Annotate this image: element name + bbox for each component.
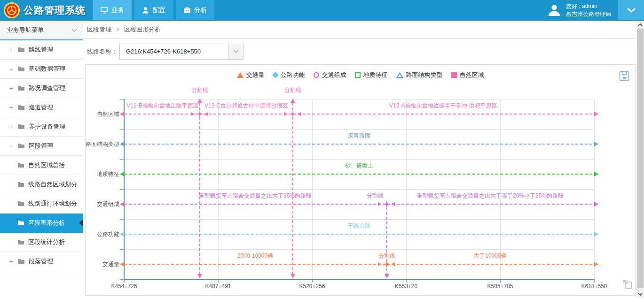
axis-tick bbox=[120, 279, 124, 280]
sidebar-item-base-data-mgmt[interactable]: + 基础数据管理 bbox=[0, 60, 83, 79]
arrow-left bbox=[297, 112, 301, 116]
sidebar-item-maintenance-equipment[interactable]: + 养护设备管理 bbox=[0, 117, 83, 137]
legend-item[interactable]: 地质特征 bbox=[355, 71, 388, 79]
breadcrumb-current: 区段图形分析 bbox=[124, 25, 161, 34]
axis-tick bbox=[120, 189, 124, 190]
folder-icon bbox=[17, 239, 24, 245]
sidebar-item-section-stats-analysis[interactable]: 区段统计分析 bbox=[0, 233, 83, 252]
split-line-label: 分割线 bbox=[367, 192, 384, 200]
sidebar-item-road-survey-mgmt[interactable]: + 路况调查管理 bbox=[0, 79, 83, 98]
line-select-dropdown-button[interactable] bbox=[228, 44, 243, 60]
legend-label: 公路功能 bbox=[281, 71, 305, 79]
row-label: 路面结构类型 bbox=[86, 140, 119, 148]
arrow-right bbox=[378, 262, 382, 266]
expander-icon: + bbox=[8, 123, 14, 130]
scrollbar-up-button[interactable] bbox=[636, 21, 644, 29]
arrow-up bbox=[291, 99, 295, 103]
grid-line bbox=[124, 189, 594, 190]
grid-line bbox=[218, 99, 219, 279]
arrow-down bbox=[291, 274, 295, 278]
sidebar-item-paragraph-mgmt[interactable]: + 段落管理 bbox=[0, 252, 83, 271]
sidebar-item-label: 路况调查管理 bbox=[29, 84, 65, 92]
sidebar-item-section-mgmt[interactable]: − 区段管理 bbox=[0, 137, 83, 156]
dashed-line bbox=[124, 174, 594, 175]
main-content: 区段管理 > 区段图形分析 线路名称： G216:K454+726-K618+5… bbox=[84, 21, 636, 298]
chevron-down-icon bbox=[233, 50, 239, 53]
brand: 公路管理系统 bbox=[0, 0, 93, 20]
vertical-scrollbar[interactable] bbox=[636, 21, 644, 298]
user-info[interactable]: 您好 , admin 昌吉州公路管理局 bbox=[541, 0, 618, 20]
sidebar-item-label: 区段管理 bbox=[29, 142, 53, 150]
folder-icon bbox=[18, 124, 25, 130]
axis-tick bbox=[120, 249, 124, 250]
app-title: 公路管理系统 bbox=[24, 4, 86, 17]
chart-panel: 交通量 公路功能 交通组成 地质特征 bbox=[85, 64, 636, 296]
nav-tab-analysis[interactable]: 分析 bbox=[176, 0, 214, 20]
sidebar-item-label: 巡道管理 bbox=[29, 103, 53, 112]
legend-marker-square-filled-icon bbox=[451, 72, 457, 78]
user-menu-toggle[interactable] bbox=[618, 0, 644, 20]
annotation-geology: 砂、砾类土 bbox=[345, 162, 373, 170]
nav-tab-label: 分析 bbox=[194, 6, 207, 15]
legend-item[interactable]: 自然区域 bbox=[451, 71, 484, 79]
grid-line bbox=[124, 129, 594, 130]
split-star-marker-icon bbox=[383, 200, 391, 208]
scrollbar-down-button[interactable] bbox=[636, 290, 644, 298]
monitor-icon bbox=[101, 7, 108, 14]
folder-icon bbox=[18, 105, 25, 110]
breadcrumb-parent[interactable]: 区段管理 bbox=[87, 25, 111, 34]
chevron-up-icon bbox=[638, 23, 643, 26]
grid-line bbox=[124, 99, 594, 99]
chevron-down-icon bbox=[627, 8, 636, 13]
sidebar-header[interactable]: 业务导航菜单 bbox=[0, 21, 83, 40]
arrow-right bbox=[594, 172, 598, 176]
folder-icon bbox=[18, 85, 25, 91]
nav-tab-config[interactable]: 配置 bbox=[134, 0, 173, 20]
legend-item[interactable]: 交通量 bbox=[237, 71, 265, 79]
axis-tick bbox=[120, 219, 124, 220]
legend-item[interactable]: 交通组成 bbox=[314, 71, 346, 79]
scrollbar-thumb[interactable] bbox=[637, 29, 644, 288]
sidebar-item-line-natural-region[interactable]: 线路自然区域划分 bbox=[0, 175, 83, 194]
arrow-left bbox=[391, 202, 395, 206]
legend-item[interactable]: 路面结构类型 bbox=[396, 71, 443, 79]
arrow-down bbox=[197, 274, 202, 278]
grid-line bbox=[124, 249, 594, 250]
grid-line bbox=[124, 159, 594, 160]
arrow-right bbox=[191, 112, 195, 116]
arrow-right bbox=[284, 112, 288, 116]
arrow-left bbox=[120, 142, 124, 146]
x-axis-label: K487+491 bbox=[205, 283, 231, 290]
folder-icon bbox=[18, 143, 25, 149]
legend-marker-triangle-outline-icon bbox=[396, 72, 403, 78]
sidebar-item-patrol-mgmt[interactable]: + 巡道管理 bbox=[0, 98, 83, 117]
user-greeting: 您好 , admin bbox=[566, 2, 611, 10]
briefcase-icon bbox=[183, 7, 191, 14]
sidebar: 业务导航菜单 + 路线管理 + 基础数据管理 + 路况调查管理 + 巡道管理 + bbox=[0, 21, 83, 298]
avatar-icon bbox=[547, 3, 561, 17]
axis-tick bbox=[594, 280, 595, 283]
arrow-right bbox=[594, 262, 598, 267]
arrow-left bbox=[120, 232, 124, 237]
save-chart-button[interactable] bbox=[619, 71, 629, 83]
nav-tab-label: 业务 bbox=[111, 6, 125, 15]
axis-tick bbox=[120, 99, 124, 99]
axis-tick bbox=[406, 280, 407, 283]
filter-row: 线路名称： G216:K454+726-K618+550 bbox=[84, 39, 636, 64]
x-axis-label: K454+726 bbox=[111, 283, 137, 290]
sidebar-item-section-graph-analysis[interactable]: 区段图形分析 bbox=[0, 214, 83, 233]
line-select-value[interactable]: G216:K454+726-K618+550 bbox=[119, 44, 228, 60]
expand-chart-button[interactable] bbox=[622, 279, 633, 291]
nav-tab-business[interactable]: 业务 bbox=[93, 0, 132, 20]
row-label: 交通组成 bbox=[86, 200, 119, 208]
app-window: 公路管理系统 业务 配置 bbox=[0, 0, 644, 298]
legend-marker-square-outline-icon bbox=[355, 72, 361, 78]
sidebar-item-line-traffic-env[interactable]: 线路通行环境划分 bbox=[0, 194, 83, 214]
legend-marker-triangle-filled-icon bbox=[237, 72, 243, 78]
sidebar-item-natural-region-summary[interactable]: 自然区域总括 bbox=[0, 156, 83, 175]
dashed-line bbox=[124, 234, 594, 235]
sidebar-item-route-mgmt[interactable]: + 路线管理 bbox=[0, 40, 83, 60]
legend-item[interactable]: 公路功能 bbox=[273, 71, 305, 79]
legend-label: 地质特征 bbox=[363, 71, 388, 79]
annotation-natural-region-3: V12-A准格尔盆地边缘半干旱冲-洪积平原区 bbox=[389, 102, 497, 110]
